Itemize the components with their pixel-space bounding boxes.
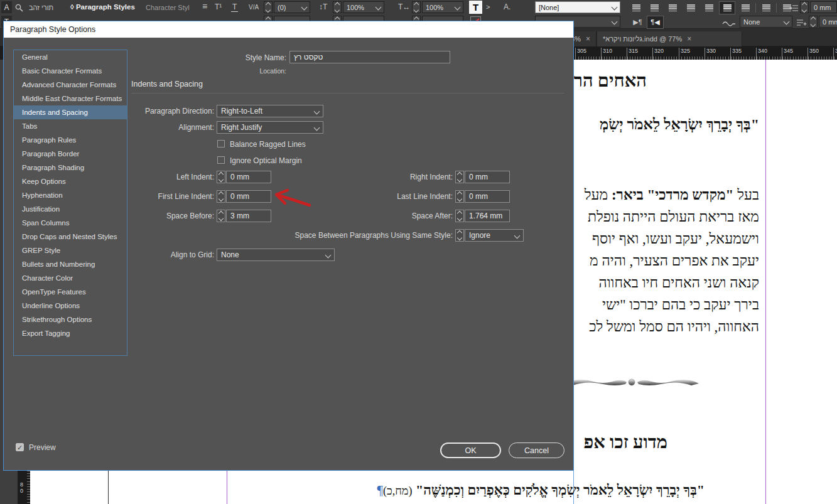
character-style-select[interactable]: [None]	[535, 1, 620, 13]
panel-tab-hebrew[interactable]: תורי זהב	[29, 3, 53, 12]
close-icon[interactable]: ×	[586, 35, 590, 43]
chevron-down-icon	[612, 4, 618, 11]
space-before-stepper[interactable]	[217, 210, 225, 222]
last-line-indent-field[interactable]: 0 mm	[465, 190, 510, 203]
hebrew-body-line[interactable]: יעקב את אפרים הצעיר, והיה מ	[590, 253, 759, 269]
justify-center-button[interactable]	[701, 1, 717, 14]
panel-menu-icon[interactable]: ≡	[202, 2, 207, 11]
space-before-label: Space Before:	[4, 210, 214, 222]
stepper[interactable]	[809, 16, 818, 28]
paragraph-direction-rtl-button[interactable]: ¶◀	[647, 16, 664, 29]
body-text-bold: "מקדש מרדכי" ביאר:	[612, 187, 733, 203]
hebrew-body-line[interactable]: מאז בריאת העולם הייתה נופלת	[588, 209, 759, 225]
justify-left-button[interactable]	[683, 1, 699, 14]
kerning-stepper[interactable]	[264, 1, 273, 13]
document-tab-active[interactable]: *גליונות ויקרא.indd @ 77% ×	[597, 31, 742, 46]
horizontal-scale-stepper[interactable]	[412, 1, 421, 13]
preview-checkbox[interactable]: ✓	[16, 443, 24, 451]
hebrew-body-line[interactable]: קנאה ושני האחים חיו באחווה	[598, 275, 759, 291]
verse-text: "בְּךָ יְבָרֵךְ יִשְׂרָאֵל לֵאמֹר יְשִׂמ…	[416, 482, 705, 498]
horizontal-scale-select[interactable]: 100%	[422, 1, 463, 13]
justify-all-button[interactable]	[737, 1, 753, 14]
vertical-scale-stepper[interactable]	[333, 1, 342, 13]
hebrew-body-line[interactable]: וישמעאל, יעקב ועשו, ואף יוסף	[592, 231, 759, 247]
vertical-ruler-label: 8	[20, 482, 23, 488]
panel-tab-character-styles[interactable]: Character Styl	[146, 3, 190, 12]
vertical-scale-select[interactable]: 100%	[343, 1, 384, 13]
same-style-spacing-stepper[interactable]	[455, 229, 464, 242]
right-indent-stepper[interactable]	[455, 171, 464, 183]
align-to-grid-value: None	[221, 250, 239, 259]
ok-button[interactable]: OK	[440, 442, 501, 458]
verse-citation: (מח,כ)	[383, 485, 413, 497]
indent-stepper[interactable]	[800, 1, 809, 13]
hebrew-verse-line[interactable]: "בְּךָ יְבָרֵךְ יִשְׂרָאֵל לֵאמֹר יְשִׂמ…	[600, 116, 759, 133]
hebrew-body-line[interactable]: בעל "מקדש מרדכי" ביאר: מעל	[585, 187, 759, 203]
purple-guide[interactable]	[765, 60, 766, 504]
balance-ragged-lines-checkbox[interactable]	[217, 140, 225, 147]
sidebar-item-advanced-character-formats[interactable]: Advanced Character Formats	[14, 78, 127, 92]
character-style-icon: A.	[504, 3, 510, 11]
dialog-sidebar: General Basic Character Formats Advanced…	[13, 50, 127, 356]
vertical-scale-value: 100%	[347, 4, 364, 11]
paragraph-direction-select[interactable]: Right-to-Left	[217, 105, 323, 117]
cancel-button[interactable]: Cancel	[509, 442, 564, 458]
ignore-optical-margin-checkbox[interactable]	[217, 156, 225, 164]
panel-tab-paragraph-styles[interactable]: ◊ Paragraph Styles	[70, 3, 135, 11]
align-right-button[interactable]	[664, 1, 681, 14]
style-name-label: Style Name:	[161, 51, 286, 64]
first-line-indent-stepper[interactable]	[217, 190, 225, 203]
tool-a-icon[interactable]: A	[1, 1, 12, 13]
align-left-button[interactable]	[628, 1, 644, 14]
hebrew-heading[interactable]: האחים הרא	[562, 70, 647, 91]
right-indent-field[interactable]: 0 mm	[465, 171, 510, 183]
dialog-title-bar[interactable]: Paragraph Style Options	[4, 21, 573, 38]
right-indent-label: Right Indent:	[242, 171, 453, 183]
sidebar-item-strikethrough-options[interactable]: Strikethrough Options	[14, 313, 127, 326]
search-icon[interactable]	[15, 3, 23, 14]
sidebar-item-character-color[interactable]: Character Color	[14, 271, 127, 285]
indent-field[interactable]: 0 mm	[810, 1, 837, 13]
kerning-select[interactable]: (0)	[274, 1, 310, 13]
sidebar-item-opentype-features[interactable]: OpenType Features	[14, 285, 127, 299]
justify-right-button[interactable]	[719, 1, 735, 14]
hebrew-body-line[interactable]: האחווה, ויהיו הם סמל ומשל לכ	[589, 319, 759, 335]
sidebar-item-paragraph-rules[interactable]: Paragraph Rules	[14, 133, 127, 147]
left-indent-stepper[interactable]	[217, 171, 225, 183]
sidebar-item-paragraph-border[interactable]: Paragraph Border	[14, 147, 127, 161]
balance-ragged-lines-label: Balance Ragged Lines	[230, 139, 306, 150]
sidebar-item-basic-character-formats[interactable]: Basic Character Formats	[14, 64, 127, 78]
align-toward-spine-button[interactable]	[758, 1, 774, 14]
dialog-title: Paragraph Style Options	[10, 25, 95, 34]
align-center-button[interactable]	[646, 1, 662, 14]
alignment-label: Alignment:	[4, 121, 214, 134]
space-after-stepper[interactable]	[455, 210, 464, 222]
hebrew-heading[interactable]: מדוע זכו אפ	[583, 432, 667, 453]
hebrew-verse-line[interactable]: "בְּךָ יְבָרֵךְ יִשְׂרָאֵל לֵאמֹר יְשִׂמ…	[377, 482, 705, 498]
close-icon[interactable]: ×	[687, 35, 691, 43]
align-to-grid-select[interactable]: None	[217, 249, 335, 261]
superscript-icon[interactable]: T¹	[215, 3, 222, 11]
style-name-input[interactable]	[289, 51, 450, 63]
character-formatting-icon[interactable]: T	[469, 1, 482, 14]
underline-icon[interactable]: T	[231, 3, 238, 12]
hebrew-body-line[interactable]: בירך יעקב כי בהם יברכו "ישי	[602, 297, 759, 313]
sidebar-item-general[interactable]: General	[14, 50, 127, 64]
chevron-down-icon	[301, 4, 308, 11]
same-style-spacing-select[interactable]: Ignore	[465, 229, 524, 242]
last-line-indent-stepper[interactable]	[455, 190, 464, 203]
ruler-tick	[601, 48, 602, 60]
paragraph-direction-ltr-button[interactable]: ▶¶	[629, 16, 646, 29]
space-after-field[interactable]: 1.764 mm	[465, 210, 510, 222]
alignment-select[interactable]: Right Justify	[217, 121, 323, 134]
kashida-select[interactable]: None	[740, 16, 792, 28]
section-divider	[131, 93, 564, 94]
sidebar-item-middle-east-character-formats[interactable]: Middle East Character Formats	[14, 92, 127, 105]
expand-chevron[interactable]: >	[486, 3, 490, 11]
chevron-down-icon	[514, 232, 521, 239]
sidebar-item-export-tagging[interactable]: Export Tagging	[14, 326, 127, 340]
decorative-divider	[565, 375, 699, 392]
sidebar-item-drop-caps-and-nested-styles[interactable]: Drop Caps and Nested Styles	[14, 230, 127, 244]
sidebar-item-underline-options[interactable]: Underline Options	[14, 299, 127, 313]
space-field[interactable]: 0 mm	[819, 16, 837, 28]
